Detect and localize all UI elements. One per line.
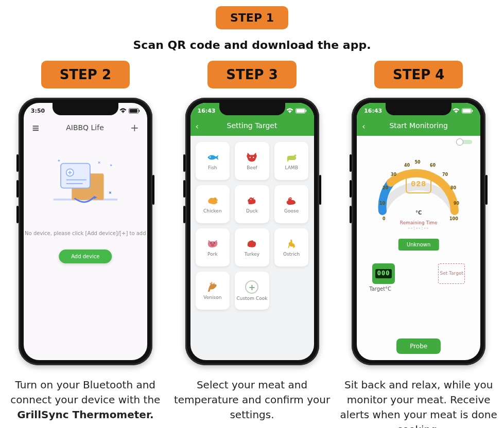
header-title: Setting Target [190,121,314,130]
svg-point-30 [211,242,212,243]
tile-custom-cook[interactable]: +Custom Cook [235,272,269,310]
svg-point-14 [110,164,112,166]
tile-goose[interactable]: Goose [274,185,309,223]
svg-rect-6 [61,164,90,188]
no-device-text: No device, please click [Add device]/[+]… [24,230,147,236]
battery-icon [129,108,140,114]
unknown-button[interactable]: Unknown [398,239,439,251]
svg-rect-22 [305,110,306,112]
tile-chicken[interactable]: Chicken [196,185,230,223]
step3-column: STEP 3 16:43 ‹ Setting Target [171,61,334,428]
phone-notch [219,103,285,115]
svg-rect-38 [463,109,471,113]
hamburger-icon[interactable]: ≡ [32,122,40,133]
tile-turkey[interactable]: Turkey [235,228,269,266]
app-bar: ≡ AIBBQ Life + [24,118,147,137]
svg-point-28 [290,198,291,199]
empty-state-illustration [44,149,127,216]
step4-column: STEP 4 16:43 ‹ Start Monitoring [337,61,500,428]
phone-step2: 3:50 ≡ AIBBQ Life + [19,98,152,365]
svg-text:40: 40 [404,163,410,168]
step1-subtitle: Scan QR code and download the app. [4,39,500,51]
tile-ostrich[interactable]: Ostrich [274,228,309,266]
svg-point-19 [289,112,290,113]
step4-badge: STEP 4 [374,61,463,88]
svg-text:60: 60 [430,163,436,168]
tile-lamb[interactable]: LAMB [274,142,309,180]
svg-text:80: 80 [450,186,457,190]
wifi-icon [286,108,293,113]
battery-icon [462,108,473,114]
step3-badge: STEP 3 [207,61,296,88]
status-time: 16:43 [198,108,216,114]
svg-rect-2 [130,109,137,113]
phone-notch [386,103,451,115]
status-time: 3:50 [31,108,45,114]
add-device-button[interactable]: Add device [59,249,112,263]
svg-text:20: 20 [383,186,389,190]
svg-text:10: 10 [379,201,386,206]
step2-caption: Turn on your Bluetooth and connect your … [4,378,167,422]
tile-venison[interactable]: Venison [196,272,230,310]
battery-icon [296,108,307,114]
svg-point-24 [250,157,251,158]
tile-fish[interactable]: Fish [196,142,230,180]
target-temp-label: Target°C [369,286,391,292]
phone-notch [53,103,118,115]
probe-button[interactable]: Probe [396,338,441,354]
step4-caption: Sit back and relax, while you monitor yo… [337,378,500,428]
svg-point-31 [214,242,215,243]
step2-column: STEP 2 3:50 ≡ AIBBQ Life + [4,61,167,428]
app-title: AIBBQ Life [66,123,104,132]
temp-unit: °C [415,210,422,216]
step1-header: STEP 1 Scan QR code and download the app… [4,6,500,51]
phone-step3: 16:43 ‹ Setting Target Fish Beef LAMB Ch [185,98,319,365]
svg-rect-39 [472,110,473,112]
status-time: 16:43 [364,108,382,114]
step3-caption: Select your meat and temperature and con… [171,378,334,422]
set-target-button[interactable]: Set Target [438,263,465,284]
remaining-time: Remaining Time --:--:-- [357,220,480,230]
svg-rect-3 [138,110,140,112]
temp-display: 028 [406,175,431,193]
target-temp-display: 000 [372,263,395,284]
step1-badge: STEP 1 [216,6,288,29]
wifi-icon [453,108,460,113]
meat-grid: Fish Beef LAMB Chicken Duck Goose Pork T… [196,142,309,310]
svg-text:70: 70 [442,172,448,177]
svg-text:90: 90 [454,201,460,206]
tile-pork[interactable]: Pork [196,228,230,266]
add-icon[interactable]: + [130,121,139,134]
svg-point-29 [211,244,215,246]
svg-point-13 [58,160,60,162]
monitoring-toggle[interactable] [458,140,472,144]
svg-point-36 [456,112,457,113]
svg-point-25 [253,157,254,158]
svg-point-27 [251,199,252,200]
plus-circle-icon: + [245,280,258,294]
svg-point-23 [210,156,211,157]
phone-step4: 16:43 ‹ Start Monitoring [352,98,485,365]
header-title: Start Monitoring [357,121,480,130]
svg-point-26 [215,199,216,200]
tile-beef[interactable]: Beef [235,142,269,180]
svg-text:30: 30 [391,172,397,177]
wifi-icon [119,108,127,113]
svg-text:50: 50 [415,160,421,165]
svg-point-0 [123,112,124,113]
svg-rect-21 [296,109,304,113]
tile-duck[interactable]: Duck [235,185,269,223]
step2-badge: STEP 2 [41,61,130,88]
